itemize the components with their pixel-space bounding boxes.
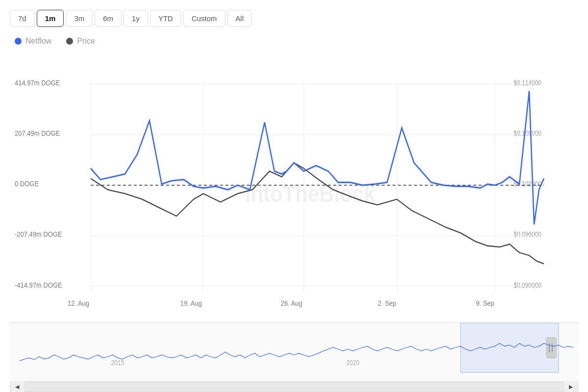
svg-rect-29: [461, 323, 559, 372]
btn-custom[interactable]: Custom: [183, 10, 225, 27]
time-range-bar: 7d 1m 3m 6m 1y YTD Custom All: [10, 10, 578, 27]
svg-text:12. Aug: 12. Aug: [68, 299, 89, 308]
price-dot: [66, 38, 73, 45]
btn-7d[interactable]: 7d: [10, 10, 35, 27]
svg-text:$0.096000: $0.096000: [514, 231, 541, 239]
navigator-svg: 2015 2020: [10, 323, 578, 381]
svg-text:$0.090000: $0.090000: [514, 281, 541, 289]
svg-rect-30: [546, 338, 556, 358]
svg-text:0 DOGE: 0 DOGE: [15, 179, 39, 188]
btn-1m[interactable]: 1m: [37, 10, 64, 27]
btn-ytd[interactable]: YTD: [150, 10, 181, 27]
svg-text:2015: 2015: [111, 359, 124, 367]
btn-3m[interactable]: 3m: [66, 10, 93, 27]
svg-text:-414.97m DOGE: -414.97m DOGE: [15, 281, 62, 289]
svg-text:26. Aug: 26. Aug: [281, 299, 302, 308]
svg-text:414.97m DOGE: 414.97m DOGE: [15, 78, 60, 87]
svg-text:-207.49m DOGE: -207.49m DOGE: [15, 230, 62, 239]
scroll-left-button[interactable]: ◀: [10, 381, 24, 392]
svg-text:19. Aug: 19. Aug: [180, 299, 202, 308]
main-chart-wrapper: IntoTheBlock 414.97m DOGE 207.49m DOGE 0…: [10, 50, 578, 320]
price-line: [91, 163, 544, 264]
watermark-text: IntoTheBlock: [245, 181, 376, 207]
netflow-label: Netflow: [25, 37, 51, 46]
main-container: 7d 1m 3m 6m 1y YTD Custom All Netflow Pr…: [0, 0, 588, 392]
svg-text:9. Sep: 9. Sep: [476, 299, 494, 308]
scroll-right-button[interactable]: ▶: [564, 381, 578, 392]
btn-all[interactable]: All: [227, 10, 252, 27]
chart-legend: Netflow Price: [10, 37, 578, 46]
btn-6m[interactable]: 6m: [95, 10, 122, 27]
netflow-dot: [15, 38, 22, 45]
btn-1y[interactable]: 1y: [123, 10, 148, 27]
price-label: Price: [77, 37, 95, 46]
legend-netflow: Netflow: [15, 37, 51, 46]
svg-text:$0.108000: $0.108000: [514, 129, 541, 137]
svg-text:$0.114000: $0.114000: [514, 79, 541, 87]
main-chart-svg: IntoTheBlock 414.97m DOGE 207.49m DOGE 0…: [10, 50, 578, 320]
chart-area: IntoTheBlock 414.97m DOGE 207.49m DOGE 0…: [10, 50, 578, 392]
scroll-bar: ◀ ▶: [10, 381, 578, 392]
scroll-track[interactable]: [24, 382, 564, 392]
svg-text:2. Sep: 2. Sep: [378, 299, 396, 308]
svg-text:2020: 2020: [346, 359, 360, 367]
legend-price: Price: [66, 37, 95, 46]
svg-text:207.49m DOGE: 207.49m DOGE: [15, 129, 60, 137]
navigator-wrapper: 2015 2020: [10, 322, 578, 381]
svg-text:$0.102000: $0.102000: [514, 180, 541, 188]
